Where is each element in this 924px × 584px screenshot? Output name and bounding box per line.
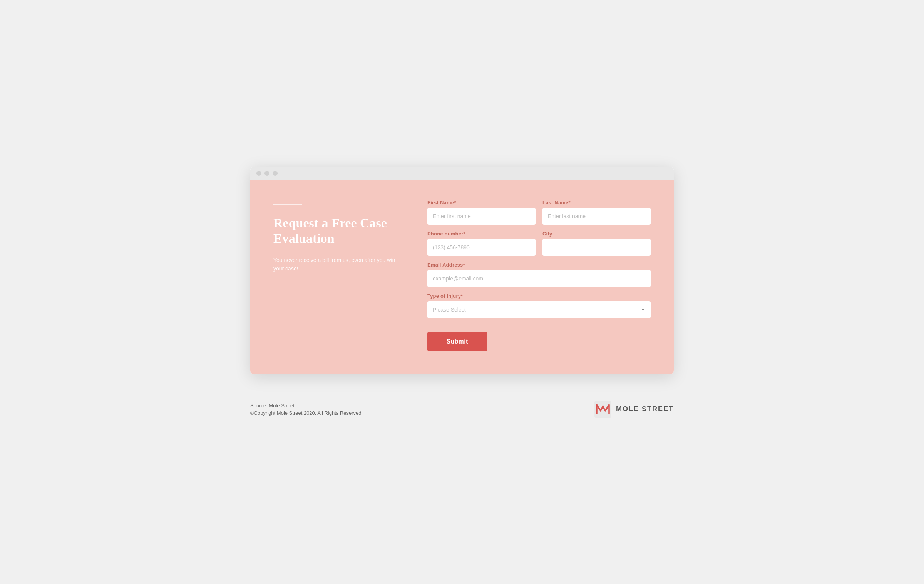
form-row-phone-city: Phone number* City (427, 231, 651, 256)
injury-label: Type of Injury* (427, 293, 651, 299)
phone-group: Phone number* (427, 231, 536, 256)
injury-select[interactable]: Please Select Car Accident Slip and Fall… (427, 301, 651, 318)
injury-group: Type of Injury* Please Select Car Accide… (427, 293, 651, 318)
email-label: Email Address* (427, 262, 651, 268)
browser-dot-1 (256, 171, 261, 176)
mole-street-logo-icon (594, 401, 611, 418)
city-label: City (542, 231, 651, 237)
browser-content: Request a Free Case Evaluation You never… (250, 180, 674, 374)
left-panel: Request a Free Case Evaluation You never… (273, 200, 404, 351)
city-input[interactable] (542, 239, 651, 256)
browser-dot-2 (264, 171, 270, 176)
email-input[interactable] (427, 270, 651, 287)
last-name-input[interactable] (542, 208, 651, 225)
first-name-label: First Name* (427, 200, 536, 205)
footer-left: Source: Mole Street ©Copyright Mole Stre… (250, 403, 363, 416)
footer-logo-text: MOLE STREET (616, 405, 674, 413)
last-name-label: Last Name* (542, 200, 651, 205)
browser-window: Request a Free Case Evaluation You never… (250, 167, 674, 374)
first-name-input[interactable] (427, 208, 536, 225)
browser-dot-3 (273, 171, 278, 176)
left-divider (273, 204, 302, 205)
contact-form: First Name* Last Name* Phone number* (427, 200, 651, 351)
city-group: City (542, 231, 651, 256)
footer-source: Source: Mole Street (250, 403, 363, 409)
form-row-injury: Type of Injury* Please Select Car Accide… (427, 293, 651, 318)
page-title: Request a Free Case Evaluation (273, 215, 404, 247)
footer-copyright: ©Copyright Mole Street 2020. All Rights … (250, 410, 363, 416)
email-group: Email Address* (427, 262, 651, 287)
submit-button[interactable]: Submit (427, 332, 487, 351)
page-wrapper: Request a Free Case Evaluation You never… (0, 0, 924, 584)
footer: Source: Mole Street ©Copyright Mole Stre… (250, 390, 674, 418)
phone-label: Phone number* (427, 231, 536, 237)
browser-toolbar (250, 167, 674, 180)
last-name-group: Last Name* (542, 200, 651, 225)
first-name-group: First Name* (427, 200, 536, 225)
form-row-email: Email Address* (427, 262, 651, 287)
footer-logo: MOLE STREET (594, 401, 674, 418)
page-description: You never receive a bill from us, even a… (273, 256, 404, 273)
form-row-names: First Name* Last Name* (427, 200, 651, 225)
phone-input[interactable] (427, 239, 536, 256)
